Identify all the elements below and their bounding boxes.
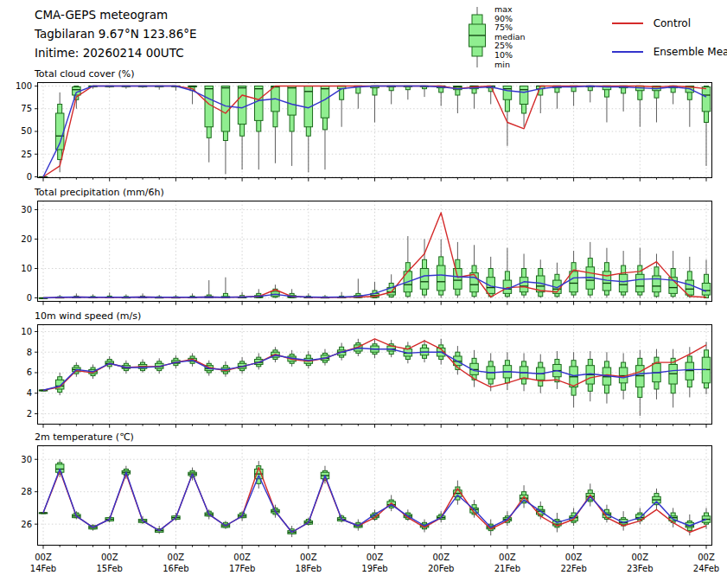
svg-text:100: 100 (16, 82, 32, 91)
panel-title-temperature: 2m temperature (℃) (35, 431, 134, 443)
box-whiskers (39, 339, 711, 416)
box-whisker-sample-icon (464, 3, 490, 71)
svg-text:10: 10 (21, 264, 32, 273)
svg-text:28: 28 (21, 487, 32, 496)
panel-title-wind-speed: 10m wind speed (m/s) (35, 310, 141, 322)
svg-text:00Z: 00Z (367, 553, 384, 562)
cloud-cover-chart: 0255075100 (0, 82, 727, 187)
svg-text:17Feb: 17Feb (229, 564, 255, 573)
svg-text:00Z: 00Z (698, 553, 715, 562)
svg-text:8: 8 (27, 348, 32, 357)
box-whiskers (39, 86, 711, 177)
svg-text:30: 30 (21, 455, 32, 464)
wind-speed-chart: 246810 (0, 324, 727, 433)
svg-text:50: 50 (21, 126, 32, 136)
svg-text:0: 0 (27, 293, 32, 303)
box-label-10: 10% (494, 51, 526, 61)
svg-text:6: 6 (27, 368, 32, 377)
svg-text:20Feb: 20Feb (428, 564, 454, 573)
svg-text:00Z: 00Z (101, 553, 118, 562)
svg-text:25: 25 (21, 150, 32, 159)
legend-control-label: Control (654, 17, 691, 29)
svg-text:18Feb: 18Feb (296, 564, 322, 573)
box-legend-labels: max 90% 75% median 25% 10% min (494, 3, 526, 69)
svg-text:24Feb: 24Feb (693, 564, 719, 573)
svg-text:0: 0 (27, 172, 32, 182)
svg-text:22Feb: 22Feb (560, 564, 586, 573)
svg-text:00Z: 00Z (499, 553, 516, 562)
svg-text:19Feb: 19Feb (361, 564, 387, 573)
svg-text:00Z: 00Z (565, 553, 583, 562)
box-label-max: max (494, 5, 526, 15)
temperature-chart: 26283000Z14Feb00Z15Feb00Z16Feb00Z17Feb00… (0, 445, 727, 588)
svg-text:10: 10 (21, 327, 32, 336)
legend-ensemble-mean-label: Ensemble Mean (654, 46, 727, 58)
svg-text:2: 2 (27, 409, 32, 419)
svg-text:30: 30 (21, 205, 32, 214)
svg-text:00Z: 00Z (35, 553, 52, 562)
box-label-min: min (494, 61, 526, 70)
svg-text:00Z: 00Z (168, 553, 185, 562)
svg-text:00Z: 00Z (432, 553, 450, 562)
svg-text:16Feb: 16Feb (163, 564, 188, 573)
init-time: Initime: 20260214 00UTC (35, 43, 184, 62)
svg-text:26: 26 (21, 520, 32, 529)
page-title: CMA-GEPS meteogram (35, 5, 168, 24)
gridlines (38, 446, 712, 546)
svg-text:23Feb: 23Feb (627, 564, 653, 573)
legend-entry-control: Control (612, 17, 727, 29)
svg-text:15Feb: 15Feb (96, 564, 122, 573)
control-line-swatch (612, 22, 643, 24)
svg-text:75: 75 (21, 104, 32, 113)
svg-text:14Feb: 14Feb (30, 564, 56, 573)
precipitation-chart: 0102030 (0, 201, 727, 310)
box-whiskers (39, 236, 711, 298)
legend: max 90% 75% median 25% 10% min Control E… (464, 3, 727, 74)
svg-text:4: 4 (27, 388, 32, 398)
meteogram: CMA-GEPS meteogram Tagbilaran 9.67°N 123… (0, 0, 727, 588)
panel-title-cloud-cover: Total cloud cover (%) (35, 68, 135, 80)
svg-text:20: 20 (21, 234, 32, 244)
legend-entry-ensemble-mean: Ensemble Mean (612, 46, 727, 58)
svg-text:00Z: 00Z (632, 553, 649, 562)
panel-title-precipitation: Total precipitation (mm/6h) (35, 187, 164, 198)
line-legend: Control Ensemble Mean (612, 3, 727, 74)
location-title: Tagbilaran 9.67°N 123.86°E (35, 24, 197, 43)
svg-text:00Z: 00Z (233, 553, 251, 562)
svg-text:00Z: 00Z (300, 553, 317, 562)
svg-text:21Feb: 21Feb (494, 564, 520, 573)
ensemble-mean-line-swatch (612, 51, 643, 53)
